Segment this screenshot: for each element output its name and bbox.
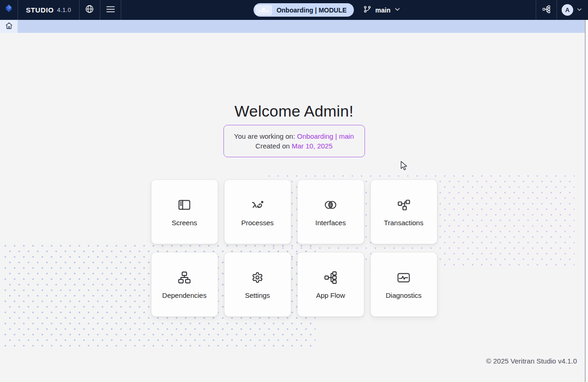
copyright-text: © 2025 Veritran Studio v4.1.0 xyxy=(486,357,577,365)
brand-version: 4.1.0 xyxy=(57,6,71,13)
module-selector-button[interactable]: GoldBank Onboarding | MODULE xyxy=(254,3,354,17)
vertical-scrollbar[interactable] xyxy=(585,20,588,382)
card-screens[interactable]: Screens xyxy=(151,179,218,244)
card-label: Processes xyxy=(241,219,273,227)
processes-icon xyxy=(250,197,266,213)
app-flow-icon xyxy=(323,270,339,285)
main-menu-button[interactable] xyxy=(100,0,121,20)
transactions-icon xyxy=(396,197,412,213)
home-tab[interactable] xyxy=(0,20,18,33)
veritran-logo-icon xyxy=(4,4,14,16)
diagnostics-icon xyxy=(396,270,412,285)
branch-label: main xyxy=(375,6,390,14)
card-processes[interactable]: Processes xyxy=(224,179,291,244)
chevron-down-icon xyxy=(394,6,401,14)
card-interfaces[interactable]: Interfaces xyxy=(297,179,364,244)
navbar-center: GoldBank Onboarding | MODULE main xyxy=(121,0,536,20)
module-thumbnail-label: GoldBank xyxy=(258,10,269,12)
card-label: Diagnostics xyxy=(386,291,422,299)
created-date-link[interactable]: Mar 10, 2025 xyxy=(292,142,333,150)
created-on-prefix: Created on xyxy=(255,142,291,150)
home-icon xyxy=(5,22,13,31)
card-label: Screens xyxy=(172,219,197,227)
git-branch-icon xyxy=(363,5,371,15)
card-transactions[interactable]: Transactions xyxy=(370,179,437,244)
created-on-line: Created on Mar 10, 2025 xyxy=(233,141,355,151)
settings-gear-icon xyxy=(250,270,266,285)
working-on-line: You are working on: Onboarding | main xyxy=(233,131,355,141)
avatar: A xyxy=(562,4,573,16)
language-button[interactable] xyxy=(80,0,100,20)
card-label: Interfaces xyxy=(316,219,346,227)
hamburger-icon xyxy=(105,5,116,15)
card-label: Settings xyxy=(245,291,270,299)
interfaces-icon xyxy=(323,197,339,213)
card-app-flow[interactable]: App Flow xyxy=(297,252,364,317)
top-navbar: STUDIO 4.1.0 GoldBank xyxy=(0,0,588,20)
card-settings[interactable]: Settings xyxy=(224,252,291,317)
card-label: App Flow xyxy=(316,291,345,299)
chevron-down-icon xyxy=(576,6,582,14)
module-branch-link[interactable]: Onboarding | main xyxy=(297,132,354,140)
working-on-prefix: You are working on: xyxy=(234,132,297,140)
brand-name: STUDIO xyxy=(26,6,54,14)
card-label: Dependencies xyxy=(162,291,207,299)
working-on-box: You are working on: Onboarding | main Cr… xyxy=(223,125,365,157)
globe-icon xyxy=(85,4,94,16)
branch-selector[interactable]: main xyxy=(360,5,403,15)
app-flow-icon xyxy=(542,5,551,16)
module-thumbnail: GoldBank xyxy=(255,5,272,15)
user-menu-button[interactable]: A xyxy=(557,0,588,20)
card-label: Transactions xyxy=(384,219,423,227)
dependencies-icon xyxy=(177,270,192,285)
tab-bar xyxy=(0,20,585,33)
screens-icon xyxy=(177,197,192,213)
shortcut-grid: Screens Processes Interfaces xyxy=(151,179,437,317)
card-diagnostics[interactable]: Diagnostics xyxy=(370,252,437,317)
mouse-cursor xyxy=(401,161,409,173)
page-title: Welcome Admin! xyxy=(0,102,588,120)
logo-button[interactable] xyxy=(0,0,18,20)
card-dependencies[interactable]: Dependencies xyxy=(151,252,218,317)
app-flow-nav-button[interactable] xyxy=(536,0,557,20)
module-selector-label: Onboarding | MODULE xyxy=(277,6,347,14)
brand: STUDIO 4.1.0 xyxy=(18,0,79,20)
navbar-right: A xyxy=(536,0,588,20)
